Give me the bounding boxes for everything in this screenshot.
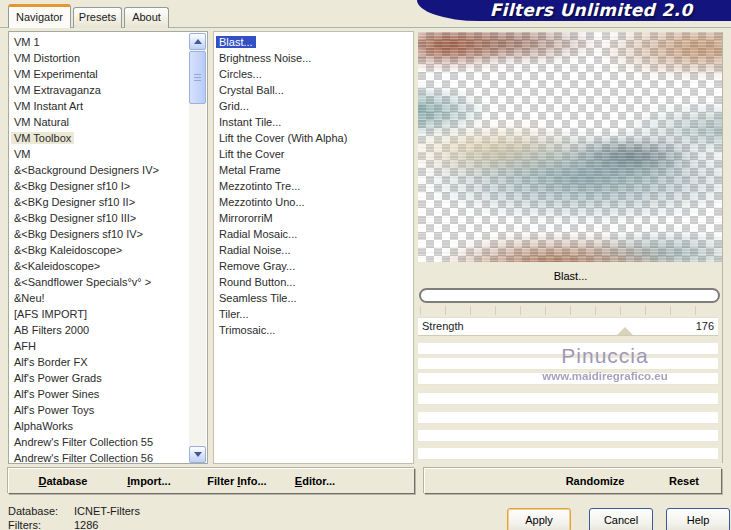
list-item[interactable]: Crystal Ball... [216, 82, 412, 98]
list-item[interactable]: Radial Mosaic... [216, 226, 412, 242]
help-button[interactable]: Help [666, 508, 730, 530]
filter-preview [418, 32, 723, 262]
category-list[interactable]: VM 1VM DistortionVM ExperimentalVM Extra… [8, 31, 208, 464]
scroll-up-button[interactable] [189, 33, 206, 50]
list-item[interactable]: &<Background Designers IV> [11, 162, 188, 178]
list-item[interactable]: [AFS IMPORT] [11, 306, 188, 322]
list-item[interactable]: &<Bkg Designer sf10 I> [11, 178, 188, 194]
list-item[interactable]: Trimosaic... [216, 322, 412, 338]
list-item[interactable]: Radial Noise... [216, 242, 412, 258]
list-item[interactable]: Mezzotinto Tre... [216, 178, 412, 194]
list-item[interactable]: AFH [11, 338, 188, 354]
list-item[interactable]: Grid... [216, 98, 412, 114]
status-filters-value: 1286 [74, 519, 98, 530]
preview-blast-streaks [418, 32, 723, 262]
apply-button[interactable]: Apply [507, 508, 571, 530]
reset-button[interactable]: Reset [657, 469, 711, 493]
list-item[interactable]: &<Bkg Designers sf10 IV> [11, 226, 188, 242]
list-item[interactable]: Brightness Noise... [216, 50, 412, 66]
list-item[interactable]: &<BKg Designer sf10 II> [11, 194, 188, 210]
list-item[interactable]: Tiler... [216, 306, 412, 322]
list-item[interactable]: Round Button... [216, 274, 412, 290]
list-item[interactable]: &Neu! [11, 290, 188, 306]
parameter-row [418, 448, 718, 460]
category-list-items: VM 1VM DistortionVM ExperimentalVM Extra… [11, 34, 188, 462]
slider-tick-marks [420, 306, 718, 315]
list-item[interactable]: Blast... [216, 34, 412, 50]
tab-presets[interactable]: Presets [73, 7, 122, 28]
parameter-row [418, 430, 718, 442]
list-item[interactable]: Instant Tile... [216, 114, 412, 130]
list-item[interactable]: VM Extravaganza [11, 82, 188, 98]
list-item[interactable]: Lift the Cover (With Alpha) [216, 130, 412, 146]
parameter-row [418, 358, 718, 370]
chevron-up-icon [194, 39, 202, 44]
filter-list[interactable]: Blast...Brightness Noise...Circles...Cry… [213, 31, 414, 464]
status-database: Database: ICNET-Filters [8, 505, 258, 517]
filter-list-items: Blast...Brightness Noise...Circles...Cry… [216, 34, 412, 462]
parameter-row [418, 412, 718, 424]
database-button[interactable]: Database [29, 469, 97, 493]
tab-navigator[interactable]: Navigator [8, 4, 71, 28]
list-item[interactable]: Circles... [216, 66, 412, 82]
parameter-row [418, 373, 718, 385]
progress-bar [419, 288, 720, 303]
app-title: Filters Unlimited 2.0 [459, 0, 723, 21]
tab-about[interactable]: About [124, 7, 169, 28]
status-filters: Filters: 1286 [8, 519, 258, 530]
selected-filter-label: Blast... [418, 269, 723, 283]
toolbar-right: RandomizeReset [424, 468, 722, 494]
list-item[interactable]: &<Sandflower Specials°v° > [11, 274, 188, 290]
list-item[interactable]: VM [11, 146, 188, 162]
list-item[interactable]: Alf's Power Toys [11, 402, 188, 418]
list-item[interactable]: AlphaWorks [11, 418, 188, 434]
randomize-button[interactable]: Randomize [557, 469, 633, 493]
list-item[interactable]: Alf's Border FX [11, 354, 188, 370]
strength-slider[interactable]: Strength 176 [418, 317, 718, 336]
filter-info-button[interactable]: Filter Info... [193, 469, 281, 493]
title-banner: Filters Unlimited 2.0 [417, 0, 731, 21]
cancel-button[interactable]: Cancel [589, 508, 653, 530]
toolbar-left: DatabaseImport...Filter Info...Editor... [8, 468, 415, 494]
slider-thumb[interactable] [617, 327, 633, 335]
category-scrollbar[interactable] [189, 33, 206, 463]
filters-unlimited-dialog: { "title_bar": { "banner_text": "Filters… [0, 0, 731, 530]
list-item[interactable]: VM Instant Art [11, 98, 188, 114]
list-item[interactable]: Alf's Power Sines [11, 386, 188, 402]
list-item[interactable]: &<Bkg Designer sf10 III> [11, 210, 188, 226]
list-item[interactable]: Lift the Cover [216, 146, 412, 162]
list-item[interactable]: Seamless Tile... [216, 290, 412, 306]
list-item[interactable]: Remove Gray... [216, 258, 412, 274]
list-item[interactable]: VM Natural [11, 114, 188, 130]
list-item[interactable]: Andrew's Filter Collection 55 [11, 434, 188, 450]
list-item[interactable]: VM 1 [11, 34, 188, 50]
strength-slider-value: 176 [696, 320, 714, 332]
scrollbar-grip-icon [194, 74, 201, 81]
status-database-value: ICNET-Filters [74, 505, 140, 517]
strength-slider-label: Strength [422, 320, 464, 332]
list-item[interactable]: Alf's Power Grads [11, 370, 188, 386]
list-item[interactable]: Andrew's Filter Collection 56 [11, 450, 188, 462]
chevron-down-icon [194, 452, 202, 457]
list-item[interactable]: AB Filters 2000 [11, 322, 188, 338]
list-item[interactable]: Mezzotinto Uno... [216, 194, 412, 210]
scrollbar-thumb[interactable] [189, 51, 206, 104]
parameter-row [418, 393, 718, 405]
list-item[interactable]: VM Distortion [11, 50, 188, 66]
list-item[interactable]: VM Toolbox [11, 130, 188, 146]
list-item[interactable]: &<Bkg Kaleidoscope> [11, 242, 188, 258]
list-item[interactable]: &<Kaleidoscope> [11, 258, 188, 274]
editor-button[interactable]: Editor... [285, 469, 345, 493]
status-database-label: Database: [8, 505, 58, 517]
status-filters-label: Filters: [8, 519, 41, 530]
list-item[interactable]: MirrororriM [216, 210, 412, 226]
import-button[interactable]: Import... [115, 469, 183, 493]
panel-right-edge [722, 32, 723, 463]
parameter-row [418, 343, 718, 355]
list-item[interactable]: VM Experimental [11, 66, 188, 82]
scroll-down-button[interactable] [189, 446, 206, 463]
list-item[interactable]: Metal Frame [216, 162, 412, 178]
